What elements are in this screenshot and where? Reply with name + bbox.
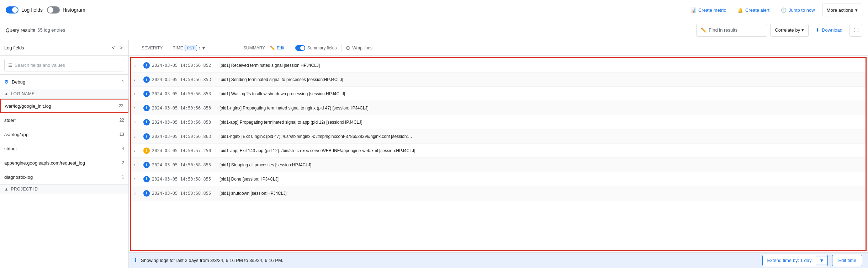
log-item-count-5: 1 xyxy=(122,175,124,179)
chevron-down-icon: ▾ xyxy=(855,7,858,13)
row-time-9: 2024-03-05 14:50:58.855 xyxy=(152,191,219,196)
more-actions-label: More actions xyxy=(827,7,853,13)
wrap-lines-group: ⊖ Wrap lines xyxy=(346,44,372,51)
second-bar-right: ✏️ Find in results Correlate by ▾ ⬇ Down… xyxy=(696,24,862,37)
row-severity-2: i xyxy=(141,91,152,97)
histogram-toggle-group: Histogram xyxy=(47,6,85,14)
row-severity-1: i xyxy=(141,76,152,83)
edit-label: Edit xyxy=(277,45,284,50)
sidebar-content: ⚙ Debug 1 ▲ LOG NAME /var/log/google_ini… xyxy=(0,75,128,268)
row-time-3: 2024-03-05 14:50:56.853 xyxy=(152,106,219,111)
histogram-label: Histogram xyxy=(63,7,85,13)
summary-header-label: SUMMARY xyxy=(243,45,265,50)
log-row-9[interactable]: › i 2024-03-05 14:50:58.855 [pid1] shutd… xyxy=(131,186,866,200)
sidebar-log-item-1[interactable]: stderr 22 xyxy=(0,113,128,127)
fullscreen-icon: ⛶ xyxy=(854,27,858,33)
more-actions-button[interactable]: More actions ▾ xyxy=(822,4,862,16)
find-in-results-input[interactable]: ✏️ Find in results xyxy=(696,24,767,37)
log-row-1[interactable]: › i 2024-03-05 14:50:56.853 [pid1] Sendi… xyxy=(131,73,866,87)
row-time-1: 2024-03-05 14:50:56.853 xyxy=(152,77,219,82)
log-row-8[interactable]: › i 2024-03-05 14:50:58.855 [pid1] Done … xyxy=(131,172,866,186)
log-row-6[interactable]: › ! 2024-03-05 14:50:57.250 [pid1-app] E… xyxy=(131,144,866,158)
row-expand-2[interactable]: › xyxy=(134,91,141,96)
severity-column-header: SEVERITY xyxy=(142,45,170,50)
query-results-label: Query results xyxy=(6,27,35,33)
row-severity-6: ! xyxy=(141,148,152,154)
nav-prev-button[interactable]: < xyxy=(110,44,116,52)
pencil-icon: ✏️ xyxy=(701,27,706,33)
search-fields-input[interactable]: ☰ Search fields and values xyxy=(4,59,124,71)
timezone-badge[interactable]: PST xyxy=(185,45,197,51)
severity-warning-icon-6: ! xyxy=(143,148,150,154)
row-expand-1[interactable]: › xyxy=(134,77,141,82)
log-row-4[interactable]: › i 2024-03-05 14:50:56.853 [pid1-app] P… xyxy=(131,115,866,129)
clock-icon: 🕐 xyxy=(781,7,787,13)
log-fields-toggle[interactable] xyxy=(6,6,18,14)
row-summary-0: [pid1] Received terminated signal [sessi… xyxy=(219,63,863,68)
sidebar: Log fields < > ☰ Search fields and value… xyxy=(0,40,129,268)
correlate-by-button[interactable]: Correlate by ▾ xyxy=(770,24,809,37)
extend-time-button-group: Extend time by: 1 day ▾ xyxy=(762,255,828,266)
edit-summary-button[interactable]: ✏️ Edit xyxy=(268,45,286,51)
sidebar-log-item-3[interactable]: stdout 4 xyxy=(0,141,128,156)
sidebar-header: Log fields < > xyxy=(0,40,128,56)
log-items-container: /var/log/google_init.log 23 stderr 22 /v… xyxy=(0,99,128,184)
query-results-section: Query results 65 log entries xyxy=(6,27,65,33)
sidebar-log-item-4[interactable]: appengine.googleapis.com/request_log 2 xyxy=(0,156,128,170)
gear-icon: ⚙ xyxy=(4,79,9,85)
filter-icon: ☰ xyxy=(8,63,12,68)
row-severity-3: i xyxy=(141,105,152,111)
row-expand-8[interactable]: › xyxy=(134,177,141,182)
row-severity-0: i xyxy=(141,62,152,69)
sidebar-item-debug[interactable]: ⚙ Debug 1 xyxy=(0,75,128,89)
row-time-2: 2024-03-05 14:50:56.853 xyxy=(152,91,219,96)
row-expand-3[interactable]: › xyxy=(134,106,141,111)
log-row-0[interactable]: › i 2024-03-05 14:50:56.852 [pid1] Recei… xyxy=(131,58,866,73)
create-alert-icon: 🔔 xyxy=(737,7,743,13)
create-alert-button[interactable]: 🔔 Create alert xyxy=(733,4,774,16)
extend-time-dropdown-button[interactable]: ▾ xyxy=(816,257,827,264)
log-name-chevron-icon: ▲ xyxy=(4,91,9,96)
row-expand-5[interactable]: › xyxy=(134,134,141,139)
nav-next-button[interactable]: > xyxy=(118,44,124,52)
log-name-section-label: LOG NAME xyxy=(11,91,35,96)
row-expand-9[interactable]: › xyxy=(134,191,141,196)
log-row-3[interactable]: › i 2024-03-05 14:50:56.853 [pid1-nginx]… xyxy=(131,101,866,115)
row-expand-6[interactable]: › xyxy=(134,148,141,153)
log-row-5[interactable]: › i 2024-03-05 14:50:56.863 [pid1-nginx]… xyxy=(131,129,866,144)
create-alert-label: Create alert xyxy=(745,7,769,13)
edit-time-button[interactable]: Edit time xyxy=(832,255,862,266)
debug-label: Debug xyxy=(12,79,25,85)
severity-info-icon-5: i xyxy=(143,133,150,140)
log-fields-toggle-group: Log fields xyxy=(6,6,43,14)
row-expand-7[interactable]: › xyxy=(134,162,141,167)
severity-info-icon-8: i xyxy=(143,176,150,182)
top-bar-left: Log fields Histogram xyxy=(6,6,85,14)
row-expand-4[interactable]: › xyxy=(134,120,141,125)
download-button[interactable]: ⬇ Download xyxy=(811,24,847,37)
top-bar: Log fields Histogram 📊 Create metric 🔔 C… xyxy=(0,0,868,20)
severity-info-icon-4: i xyxy=(143,119,150,125)
sidebar-log-item-5[interactable]: diagnostic-log 1 xyxy=(0,170,128,184)
summary-fields-toggle[interactable] xyxy=(295,45,305,51)
header-divider xyxy=(291,44,291,52)
correlate-label: Correlate by xyxy=(775,27,800,33)
fullscreen-button[interactable]: ⛶ xyxy=(850,24,862,37)
create-metric-button[interactable]: 📊 Create metric xyxy=(686,4,730,16)
log-row-7[interactable]: › i 2024-03-05 14:50:58.855 [pid1] Stopp… xyxy=(131,158,866,172)
row-severity-9: i xyxy=(141,190,152,197)
search-placeholder: Search fields and values xyxy=(15,63,65,68)
create-metric-label: Create metric xyxy=(698,7,726,13)
sidebar-log-item-2[interactable]: /var/log/app 13 xyxy=(0,127,128,141)
histogram-toggle[interactable] xyxy=(47,6,60,14)
row-summary-1: [pid1] Sending terminated signal to proc… xyxy=(219,77,863,82)
time-dropdown-icon[interactable]: ▾ xyxy=(202,45,205,51)
row-expand-0[interactable]: › xyxy=(134,63,141,68)
log-row-2[interactable]: › i 2024-03-05 14:50:56.853 [pid1] Waiti… xyxy=(131,87,866,101)
log-entries-count: 65 log entries xyxy=(37,27,65,33)
jump-to-now-button[interactable]: 🕐 Jump to now xyxy=(777,4,819,16)
log-item-label-2: /var/log/app xyxy=(4,132,28,137)
extend-time-button[interactable]: Extend time by: 1 day xyxy=(763,255,816,266)
sort-asc-icon[interactable]: ↑ xyxy=(199,45,201,51)
sidebar-log-item-0[interactable]: /var/log/google_init.log 23 xyxy=(0,99,128,113)
